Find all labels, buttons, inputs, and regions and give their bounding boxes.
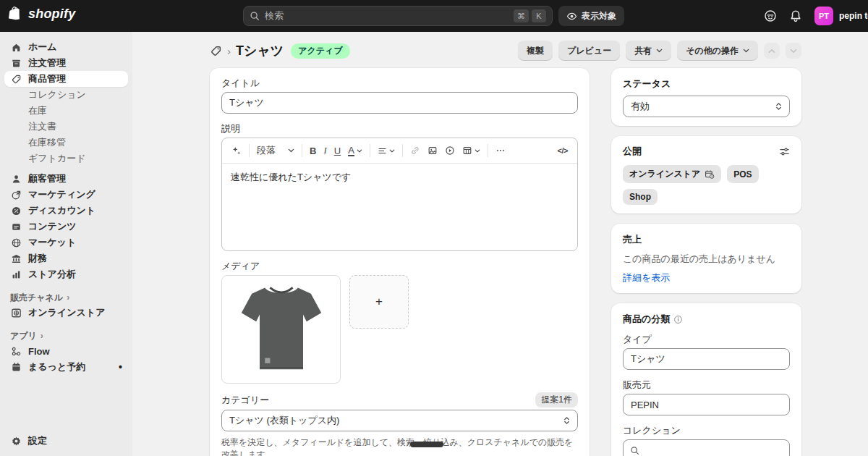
category-value: Tシャツ (衣類トップス内): [229, 414, 339, 427]
bold-button[interactable]: B: [306, 143, 320, 159]
sidebar-item-markets[interactable]: マーケット: [4, 235, 128, 250]
sidebar-item-purchase-orders[interactable]: 注文書: [4, 119, 128, 135]
title-input[interactable]: [221, 92, 578, 114]
sidebar-item-flow[interactable]: Flow: [4, 343, 128, 359]
channel-online-store[interactable]: オンラインストア: [623, 165, 721, 183]
chevron-right-icon: ›: [41, 331, 43, 341]
channel-shop[interactable]: Shop: [623, 189, 658, 205]
channel-label: Shop: [629, 192, 651, 202]
help-icon[interactable]: [764, 9, 777, 22]
info-icon[interactable]: [673, 315, 683, 324]
sidebar-item-content[interactable]: コンテンツ: [4, 219, 128, 235]
add-media-button[interactable]: +: [349, 275, 409, 329]
toolbar-divider: [402, 144, 403, 157]
online-store-icon: [10, 307, 22, 318]
text-color-dropdown[interactable]: A: [344, 143, 366, 159]
insert-video-icon[interactable]: [441, 143, 459, 158]
status-select[interactable]: 有効: [623, 96, 790, 117]
sidebar-item-analytics[interactable]: ストア分析: [4, 266, 128, 282]
category-select[interactable]: Tシャツ (衣類トップス内): [221, 410, 578, 431]
description-editor-body[interactable]: 速乾性に優れたTシャツです: [222, 164, 577, 250]
tshirt-image: [237, 282, 326, 377]
paragraph-style-dropdown[interactable]: 段落: [253, 142, 298, 159]
link-icon[interactable]: [407, 143, 424, 158]
ai-sparkle-icon[interactable]: [228, 143, 245, 158]
search-icon: [250, 11, 260, 21]
view-target-button[interactable]: 表示対象: [558, 6, 624, 26]
more-options-icon[interactable]: [492, 143, 509, 158]
view-target-label: 表示対象: [582, 10, 616, 22]
sales-empty-message: この商品の最近の売上はありません: [623, 253, 790, 266]
home-icon: [10, 41, 22, 53]
sidebar-item-marketing[interactable]: マーケティング: [4, 187, 128, 203]
sidebar-item-products[interactable]: 商品管理: [4, 71, 128, 87]
sales-title: 売上: [623, 234, 642, 245]
sales-details-link[interactable]: 詳細を表示: [623, 271, 670, 284]
product-details-card: タイトル 説明 段落: [210, 68, 590, 456]
user-menu[interactable]: PT pepin tes: [814, 7, 868, 25]
chevron-down-icon: [743, 48, 749, 53]
next-product-button[interactable]: [786, 43, 801, 59]
section-label-text: アプリ: [10, 330, 37, 342]
code-view-button[interactable]: </>: [554, 144, 571, 157]
insert-table-dropdown[interactable]: [459, 143, 484, 158]
vendor-input[interactable]: [623, 394, 790, 415]
apps-header[interactable]: アプリ ›: [4, 329, 128, 343]
flow-icon: [10, 345, 22, 357]
sidebar-item-booking-app[interactable]: まるっと予約 •: [4, 359, 128, 375]
channel-label: POS: [733, 169, 752, 180]
duplicate-button[interactable]: 複製: [518, 41, 553, 61]
sidebar-item-home[interactable]: ホーム: [4, 39, 128, 55]
sliders-icon[interactable]: [779, 146, 790, 157]
type-input[interactable]: [623, 348, 790, 370]
shopify-logo[interactable]: shopify: [9, 6, 75, 22]
sales-channels-header[interactable]: 販売チャネル ›: [4, 290, 128, 305]
discount-icon: [10, 205, 22, 216]
underline-button[interactable]: U: [331, 143, 344, 159]
product-media-thumbnail[interactable]: [221, 275, 341, 384]
global-search[interactable]: 検索 ⌘ K: [243, 6, 553, 26]
page-header: › Tシャツ アクティブ 複製 プレビュー 共有 その他の操作: [210, 41, 801, 61]
insert-image-icon[interactable]: [424, 143, 441, 158]
sidebar-item-orders[interactable]: 注文管理: [4, 55, 128, 71]
type-label: タイプ: [623, 333, 790, 346]
sidebar-item-label: 在庫: [28, 104, 47, 117]
editor-toolbar: 段落 B I U A: [222, 138, 577, 164]
sidebar-item-inventory[interactable]: 在庫: [4, 103, 128, 119]
tag-icon: [10, 73, 22, 85]
sidebar-item-label: ディスカウント: [28, 204, 95, 217]
italic-button[interactable]: I: [320, 143, 330, 159]
sidebar-item-transfers[interactable]: 在庫移管: [4, 135, 128, 151]
gear-icon: [10, 435, 22, 447]
sales-card: 売上 この商品の最近の売上はありません 詳細を表示: [611, 224, 801, 293]
organization-title: 商品の分類: [623, 313, 670, 326]
scroll-indicator[interactable]: [410, 442, 443, 447]
description-label: 説明: [221, 122, 578, 135]
category-suggestion-badge[interactable]: 提案1件: [535, 392, 578, 408]
collections-search-input[interactable]: [623, 439, 790, 456]
breadcrumb-tag-icon[interactable]: [210, 45, 222, 57]
sidebar-item-online-store[interactable]: オンラインストア: [4, 305, 128, 321]
sidebar-item-collections[interactable]: コレクション: [4, 87, 128, 103]
more-actions-button[interactable]: その他の操作: [677, 41, 758, 61]
status-badge: アクティブ: [291, 43, 349, 59]
toolbar-divider: [488, 144, 488, 157]
channel-pos[interactable]: POS: [727, 165, 758, 183]
status-value: 有効: [631, 100, 650, 113]
shopify-bag-icon: [9, 6, 24, 22]
rich-text-editor: 段落 B I U A: [221, 138, 578, 251]
alignment-dropdown[interactable]: [374, 144, 399, 158]
calendar-clock-icon: [705, 169, 715, 180]
share-button[interactable]: 共有: [626, 41, 671, 61]
sidebar-item-discounts[interactable]: ディスカウント: [4, 203, 128, 219]
sidebar-item-label: ストア分析: [28, 268, 76, 281]
sidebar-item-finance[interactable]: 財務: [4, 250, 128, 266]
status-card: ステータス 有効: [611, 68, 801, 126]
sidebar-item-gift-cards[interactable]: ギフトカード: [4, 151, 128, 166]
sidebar-item-label: ギフトカード: [28, 152, 86, 165]
prev-product-button[interactable]: [764, 43, 780, 59]
sidebar-item-customers[interactable]: 顧客管理: [4, 171, 128, 187]
sidebar-item-settings[interactable]: 設定: [4, 433, 128, 449]
notifications-bell-icon[interactable]: [789, 9, 802, 22]
preview-button[interactable]: プレビュー: [558, 41, 620, 61]
